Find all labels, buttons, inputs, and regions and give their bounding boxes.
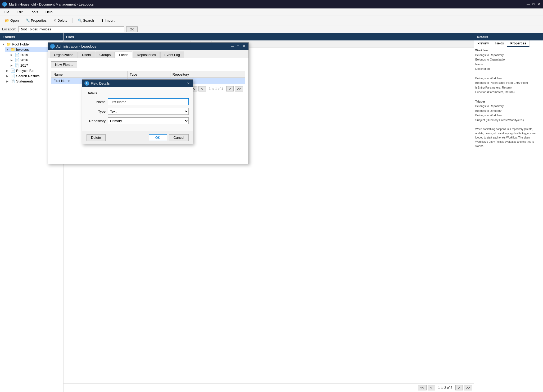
folder-icon-recycle: 📄 bbox=[11, 68, 15, 73]
admin-prev-page[interactable]: < bbox=[198, 86, 206, 91]
delete-icon: ✕ bbox=[53, 19, 56, 22]
folders-header: Folders bbox=[0, 33, 63, 40]
search-icon: 🔍 bbox=[78, 19, 82, 22]
fields-col-repository: Repository bbox=[170, 71, 245, 78]
folder-icon-statements: 📄 bbox=[11, 79, 15, 83]
repository-row: Repository Primary bbox=[87, 117, 189, 124]
field-details-logo: L bbox=[84, 81, 89, 86]
details-header: Details bbox=[474, 33, 543, 40]
tab-fields[interactable]: Fields bbox=[492, 40, 507, 47]
type-select[interactable]: Text Number Date Boolean bbox=[108, 108, 189, 115]
admin-next-page[interactable]: > bbox=[226, 86, 234, 91]
field-details-title-bar: L Field Details ✕ bbox=[82, 80, 193, 87]
admin-tab-users[interactable]: Users bbox=[78, 52, 95, 58]
admin-logo: L bbox=[50, 44, 55, 49]
menu-file[interactable]: File bbox=[2, 10, 11, 15]
fields-col-type: Type bbox=[128, 71, 170, 78]
go-button[interactable]: Go bbox=[126, 26, 138, 32]
toolbar-separator bbox=[73, 18, 73, 23]
delete-field-button[interactable]: Delete bbox=[87, 134, 106, 141]
type-label: Type bbox=[87, 109, 108, 113]
admin-tabs: Organization Users Groups Fields Reposit… bbox=[48, 50, 248, 58]
arrow-search[interactable]: ▶ bbox=[6, 75, 10, 77]
folder-icon-2015: 📄 bbox=[15, 53, 19, 57]
arrow-2017[interactable]: ▶ bbox=[11, 64, 14, 67]
name-label: Name bbox=[87, 100, 108, 104]
close-button[interactable]: ✕ bbox=[537, 2, 541, 6]
admin-tab-eventlog[interactable]: Event Log bbox=[160, 52, 184, 58]
ok-button[interactable]: OK bbox=[149, 134, 167, 141]
menu-edit[interactable]: Edit bbox=[15, 10, 24, 15]
search-button[interactable]: 🔍 Search bbox=[75, 17, 97, 24]
folder-icon-2016: 📄 bbox=[15, 58, 19, 62]
admin-tab-fields[interactable]: Fields bbox=[115, 52, 132, 58]
folder-icon-root: 📁 bbox=[6, 42, 11, 46]
arrow-recycle[interactable]: ▶ bbox=[6, 69, 10, 72]
files-next-page[interactable]: > bbox=[455, 385, 463, 390]
tree-label-recycle: Recycle Bin bbox=[16, 69, 34, 73]
details-tabs: Preview Fields Properties bbox=[474, 40, 543, 47]
title-bar: L Martin Household - Document Management… bbox=[0, 0, 543, 8]
field-details-close[interactable]: ✕ bbox=[186, 81, 191, 86]
fields-col-name: Name bbox=[51, 71, 128, 78]
properties-button[interactable]: 🔧 Properties bbox=[23, 17, 49, 24]
open-button[interactable]: 📂 Open bbox=[2, 17, 22, 24]
field-details-buttons: Delete OK Cancel bbox=[82, 131, 193, 144]
toolbar: 📂 Open 🔧 Properties ✕ Delete 🔍 Search ⬆ … bbox=[0, 16, 543, 25]
minimize-button[interactable]: — bbox=[526, 2, 530, 6]
tree-label-invoices: Invoices bbox=[16, 48, 29, 52]
app-title: Martin Household - Document Management -… bbox=[9, 2, 94, 6]
location-input[interactable] bbox=[18, 26, 124, 32]
tree-label-root: Root Folder bbox=[12, 42, 30, 46]
location-bar: Location: Go bbox=[0, 25, 543, 33]
admin-tab-groups[interactable]: Groups bbox=[96, 52, 115, 58]
menu-tools[interactable]: Tools bbox=[28, 10, 39, 15]
admin-title: Administration - Leapdocs bbox=[56, 44, 96, 48]
tab-preview[interactable]: Preview bbox=[474, 40, 492, 47]
details-content: Workflow Belongs to RepositoryBelongs to… bbox=[474, 47, 543, 392]
files-page-info: 1 to 2 of 2 bbox=[436, 386, 454, 390]
admin-page-info: 1 to 1 of 1 bbox=[207, 87, 225, 91]
open-icon: 📂 bbox=[5, 19, 9, 22]
repository-select[interactable]: Primary bbox=[108, 117, 189, 124]
admin-title-bar: L Administration - Leapdocs — □ ✕ bbox=[48, 43, 248, 50]
menu-help[interactable]: Help bbox=[44, 10, 54, 15]
admin-last-page[interactable]: >> bbox=[235, 86, 243, 91]
arrow-statements[interactable]: ▶ bbox=[6, 80, 10, 83]
ok-cancel-group: OK Cancel bbox=[149, 134, 189, 141]
import-button[interactable]: ⬆ Import bbox=[98, 17, 117, 24]
new-field-button[interactable]: New Field... bbox=[51, 61, 77, 68]
arrow-invoices[interactable]: ▼ bbox=[6, 48, 10, 51]
field-details-section: Details bbox=[87, 91, 189, 95]
admin-tab-organization[interactable]: Organization bbox=[50, 52, 78, 58]
admin-tab-repositories[interactable]: Repositories bbox=[133, 52, 160, 58]
maximize-button[interactable]: □ bbox=[531, 2, 536, 6]
name-row: Name bbox=[87, 98, 189, 105]
tree-label-2016: 2016 bbox=[20, 58, 28, 62]
arrow-root[interactable]: ▼ bbox=[2, 43, 5, 46]
field-details-content: Details Name Type Text Number Date Boole… bbox=[82, 87, 193, 131]
name-input[interactable] bbox=[108, 98, 189, 105]
cancel-button[interactable]: Cancel bbox=[169, 134, 189, 141]
tree-label-2017: 2017 bbox=[20, 63, 28, 67]
folder-icon-search: 📄 bbox=[11, 74, 15, 78]
folder-icon-2017: 📄 bbox=[15, 63, 19, 67]
files-header: Files bbox=[64, 33, 474, 40]
arrow-2016[interactable]: ▶ bbox=[11, 59, 14, 62]
delete-button[interactable]: ✕ Delete bbox=[51, 17, 70, 24]
admin-minimize[interactable]: — bbox=[230, 44, 235, 49]
app-logo: L bbox=[2, 2, 7, 7]
details-text: Workflow Belongs to RepositoryBelongs to… bbox=[475, 48, 542, 148]
tree-label-search: Search Results bbox=[16, 74, 39, 78]
files-last-page[interactable]: >> bbox=[464, 385, 472, 390]
menu-bar: File Edit Tools Help bbox=[0, 8, 543, 16]
arrow-2015[interactable]: ▶ bbox=[11, 53, 14, 56]
location-label: Location: bbox=[2, 27, 16, 31]
files-first-page[interactable]: << bbox=[418, 385, 427, 390]
admin-close[interactable]: ✕ bbox=[242, 44, 246, 49]
files-prev-page[interactable]: < bbox=[428, 385, 435, 390]
repository-label: Repository bbox=[87, 119, 108, 123]
tab-properties[interactable]: Properties bbox=[507, 40, 530, 47]
tree-label-statements: Statements bbox=[16, 79, 34, 83]
admin-maximize[interactable]: □ bbox=[236, 44, 241, 49]
